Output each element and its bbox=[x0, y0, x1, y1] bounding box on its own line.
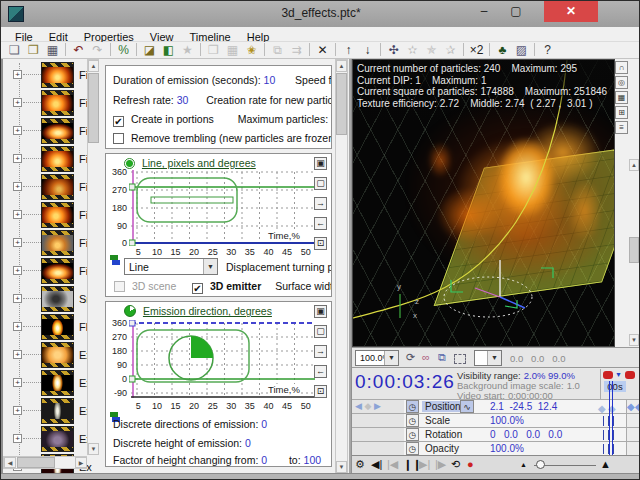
next-key-icon[interactable]: ▶ bbox=[374, 401, 381, 411]
scroll-up-icon[interactable]: ▲ bbox=[629, 159, 639, 171]
remove-trembling-checkbox[interactable] bbox=[113, 133, 124, 144]
scroll-down-icon[interactable]: ▼ bbox=[88, 443, 99, 455]
track-value[interactable]: 100.0% bbox=[490, 443, 524, 454]
chevron-down-icon[interactable]: ▼ bbox=[487, 351, 501, 365]
axes-button[interactable]: ⊞ bbox=[615, 106, 628, 119]
tree-item[interactable]: +Fi bbox=[3, 201, 87, 229]
delete-button[interactable]: ✕ bbox=[313, 42, 332, 58]
tree-item[interactable]: +Fl bbox=[3, 313, 87, 341]
expand-icon[interactable]: + bbox=[13, 238, 22, 247]
effect-thumbnail[interactable] bbox=[41, 342, 74, 368]
height-factor-from-value[interactable]: 0 bbox=[261, 454, 267, 466]
track-row-position[interactable]: ◀ ◆ ▶◷Position∿2.1 -24.5 12.4◆◆◆◆ bbox=[352, 399, 640, 413]
movie-button[interactable]: ◧ bbox=[159, 42, 178, 58]
link-icon[interactable]: ∞ bbox=[422, 351, 430, 363]
range-start-marker[interactable] bbox=[603, 371, 613, 379]
tree-vscrollbar[interactable]: ▲ ▼ bbox=[87, 59, 99, 455]
chart-fit-button[interactable]: ⊡ bbox=[314, 237, 327, 250]
effect-thumbnail[interactable] bbox=[41, 174, 74, 200]
chart-next-button[interactable]: → bbox=[314, 345, 327, 358]
tree-item[interactable]: +Fi bbox=[3, 257, 87, 285]
expand-icon[interactable]: + bbox=[13, 182, 22, 191]
save-button[interactable]: ▦ bbox=[43, 42, 62, 58]
scroll-down-icon[interactable]: ▼ bbox=[629, 334, 639, 346]
x2-button[interactable]: ×2 bbox=[467, 42, 486, 58]
key-tick[interactable] bbox=[603, 430, 604, 440]
effect-thumbnail[interactable] bbox=[41, 62, 74, 88]
playhead[interactable] bbox=[609, 381, 613, 455]
chevron-down-icon[interactable]: ▼ bbox=[203, 259, 217, 274]
minimize-button[interactable]: – bbox=[469, 1, 499, 22]
help-button[interactable]: ? bbox=[538, 42, 557, 58]
key-tick[interactable] bbox=[603, 416, 604, 426]
track-value[interactable]: 2.1 -24.5 12.4 bbox=[490, 401, 557, 412]
expand-icon[interactable]: + bbox=[13, 154, 22, 163]
chart-fit-button[interactable]: ⊡ bbox=[314, 385, 327, 398]
tree-item[interactable]: +Ex bbox=[3, 425, 87, 453]
track-name[interactable]: Rotation bbox=[422, 429, 465, 440]
chevron-down-icon[interactable]: ▼ bbox=[384, 351, 398, 365]
step-forward-button[interactable]: ▶| bbox=[419, 457, 430, 472]
scroll-up-icon[interactable]: ▲ bbox=[88, 60, 99, 72]
track-value[interactable]: 100.0% bbox=[490, 415, 524, 426]
height-factor-to-value[interactable]: 100 bbox=[304, 454, 322, 466]
undo-button[interactable]: ↶ bbox=[69, 42, 88, 58]
tree-item[interactable]: +Fi bbox=[3, 61, 87, 89]
tree-item[interactable]: +Fi bbox=[3, 117, 87, 145]
keyframe-icon[interactable]: ◆ bbox=[627, 401, 635, 412]
effect-thumbnail[interactable] bbox=[41, 118, 74, 144]
properties-vscroll-thumb[interactable] bbox=[336, 73, 347, 135]
fit-view-button[interactable]: ∩ bbox=[615, 61, 628, 74]
chart-prev-button[interactable]: ← bbox=[314, 365, 327, 378]
ruler-cursor-icon[interactable]: ▼ bbox=[615, 371, 622, 378]
emitter-3d-checkbox[interactable]: ✔ bbox=[192, 283, 203, 294]
scroll-down-icon[interactable]: ▼ bbox=[336, 461, 347, 473]
close-button[interactable]: ✕ bbox=[544, 1, 598, 22]
expand-icon[interactable]: + bbox=[13, 406, 22, 415]
options-button[interactable]: ⚙ bbox=[355, 457, 365, 472]
viewport-vscroll-thumb[interactable] bbox=[629, 237, 639, 263]
refresh-view-icon[interactable]: ⟳ bbox=[406, 351, 415, 364]
tree-hscrollbar[interactable]: ◀ ▶ bbox=[3, 456, 87, 469]
max-particles-value[interactable]: 15000 bbox=[331, 113, 332, 125]
marquee-icon[interactable] bbox=[454, 354, 466, 364]
track-row-rotation[interactable]: ◷Rotation0 0.0 0.0 0.0 bbox=[352, 427, 640, 441]
new-button[interactable]: ❏ bbox=[5, 42, 24, 58]
discrete-directions-value[interactable]: 0 bbox=[261, 418, 267, 430]
timeline-ruler[interactable]: ▼ 00s bbox=[600, 369, 640, 399]
range-end-marker[interactable] bbox=[625, 371, 635, 379]
tree-item[interactable]: +Fi bbox=[3, 229, 87, 257]
prev-key-icon[interactable]: ◀ bbox=[355, 401, 362, 411]
step-back-button[interactable]: ◀| bbox=[371, 457, 382, 472]
graph-mode-button[interactable]: % bbox=[114, 42, 133, 58]
add-key-icon[interactable]: ◆ bbox=[364, 401, 371, 411]
move-down-button[interactable]: ↓ bbox=[358, 42, 377, 58]
chart-maximize-button[interactable]: ▣ bbox=[314, 305, 327, 318]
chart-collapse-button[interactable]: ▢ bbox=[314, 325, 327, 338]
open-button[interactable]: ❐ bbox=[24, 42, 43, 58]
loop-button[interactable]: ⟲ bbox=[451, 457, 460, 472]
effect-thumbnail[interactable] bbox=[41, 286, 74, 312]
panes-icon[interactable]: ⧉ bbox=[438, 351, 446, 364]
timeline-zoom-out-icon[interactable]: ▲ bbox=[520, 461, 527, 468]
expand-icon[interactable]: + bbox=[13, 322, 22, 331]
expand-icon[interactable]: + bbox=[13, 266, 22, 275]
key-tick[interactable] bbox=[613, 430, 614, 440]
display-options-button[interactable]: ≡ bbox=[615, 121, 628, 134]
track-row-opacity[interactable]: ◷Opacity100.0% bbox=[352, 441, 640, 455]
effect-thumbnail[interactable] bbox=[41, 314, 74, 340]
record-button[interactable]: ● bbox=[467, 457, 474, 472]
grid-button[interactable]: ▦ bbox=[615, 91, 628, 104]
viewport-3d[interactable]: y z x Current number of particles: 240 M… bbox=[352, 59, 615, 347]
tree-item[interactable]: +Ex bbox=[3, 369, 87, 397]
chart-next-button[interactable]: → bbox=[314, 197, 327, 210]
properties-vscrollbar[interactable]: ▲ ▼ bbox=[335, 59, 348, 473]
scroll-right-icon[interactable]: ▶ bbox=[75, 457, 87, 468]
emission-chart-title[interactable]: Emission direction, degrees bbox=[143, 305, 272, 317]
track-name[interactable]: Scale bbox=[422, 415, 453, 426]
tree-item[interactable]: +Ex bbox=[3, 341, 87, 369]
animate-toggle-icon[interactable]: ◷ bbox=[406, 400, 419, 413]
effect-thumbnail[interactable] bbox=[41, 398, 74, 424]
curve-editor-icon[interactable]: ∿ bbox=[460, 400, 474, 413]
timeline-zoom-thumb[interactable] bbox=[536, 460, 545, 469]
